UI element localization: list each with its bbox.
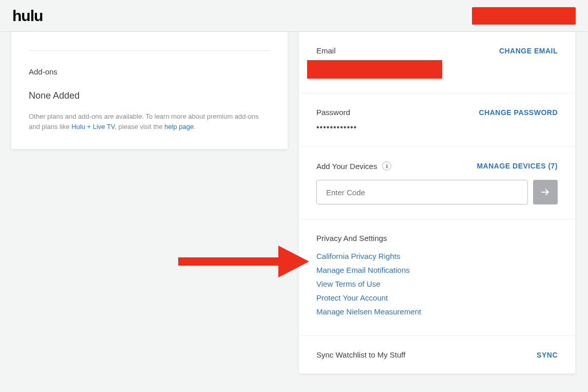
sync-button[interactable]: SYNC — [537, 351, 558, 359]
top-header: hulu — [0, 0, 588, 32]
divider — [29, 50, 270, 51]
header-redaction — [472, 7, 576, 25]
view-terms-link[interactable]: View Terms of Use — [316, 279, 558, 288]
help-page-link[interactable]: help page — [164, 123, 194, 130]
manage-devices-button[interactable]: MANAGE DEVICES (7) — [477, 162, 558, 170]
devices-section: Add Your Devices i MANAGE DEVICES (7) — [299, 147, 575, 219]
change-email-button[interactable]: CHANGE EMAIL — [499, 47, 558, 55]
email-label: Email — [316, 46, 336, 55]
live-tv-link[interactable]: Hulu + Live TV — [71, 123, 115, 130]
device-code-input[interactable] — [316, 180, 528, 204]
account-card: Email CHANGE EMAIL Password CHANGE PASSW… — [299, 32, 575, 374]
email-section: Email CHANGE EMAIL — [299, 32, 575, 94]
password-section: Password CHANGE PASSWORD •••••••••••• — [299, 94, 575, 147]
addons-desc-end: . — [194, 123, 196, 130]
add-devices-label: Add Your Devices — [316, 162, 377, 171]
arrow-right-icon — [540, 187, 551, 197]
addons-section-title: Add-ons — [29, 67, 270, 76]
privacy-links: California Privacy Rights Manage Email N… — [316, 252, 558, 316]
password-label: Password — [316, 108, 350, 117]
submit-code-button[interactable] — [533, 180, 558, 204]
sync-section: Sync Watchlist to My Stuff SYNC — [299, 336, 575, 374]
privacy-title: Privacy And Settings — [316, 234, 558, 242]
manage-email-notifications-link[interactable]: Manage Email Notifications — [316, 266, 558, 274]
change-password-button[interactable]: CHANGE PASSWORD — [479, 108, 558, 117]
info-icon[interactable]: i — [382, 161, 391, 171]
addons-card: Add-ons None Added Other plans and add-o… — [11, 32, 288, 149]
protect-account-link[interactable]: Protect Your Account — [316, 293, 558, 302]
page-content: Add-ons None Added Other plans and add-o… — [0, 32, 588, 374]
california-privacy-link[interactable]: California Privacy Rights — [316, 252, 558, 260]
password-mask: •••••••••••• — [316, 123, 558, 132]
hulu-logo[interactable]: hulu — [12, 7, 43, 25]
sync-label: Sync Watchlist to My Stuff — [316, 350, 405, 359]
addons-desc-mid: , please visit the — [115, 123, 164, 130]
email-redaction — [307, 60, 442, 79]
nielsen-link[interactable]: Manage Nielsen Measurement — [316, 307, 558, 316]
addons-none-added: None Added — [29, 90, 270, 101]
addons-description: Other plans and add-ons are available. T… — [29, 111, 270, 132]
privacy-section: Privacy And Settings California Privacy … — [299, 219, 575, 336]
